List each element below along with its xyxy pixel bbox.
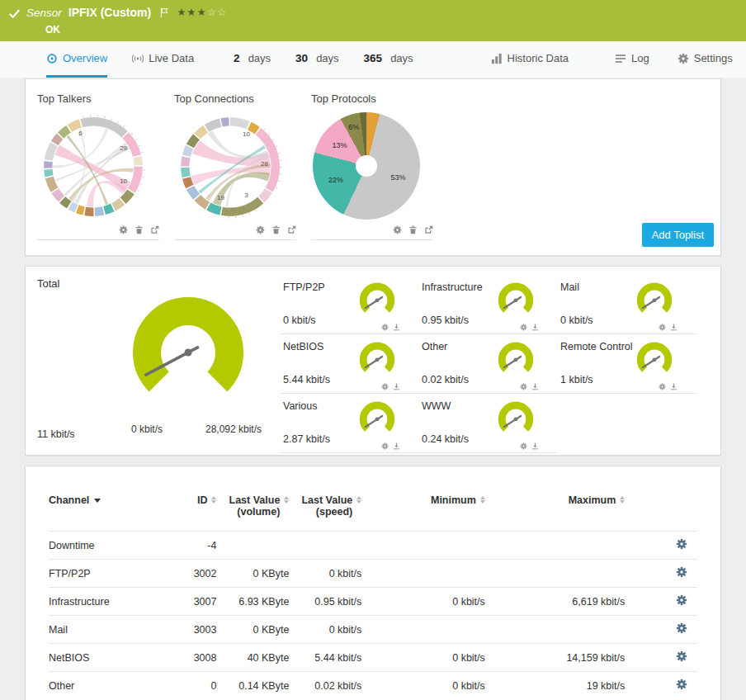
channel-gauge	[493, 395, 539, 441]
column-header-id[interactable]: ID	[172, 494, 220, 532]
gauge-cell-other: Other 0.02 kbit/s	[418, 334, 557, 394]
top-talkers-chart[interactable]: 62910	[39, 112, 148, 221]
download-icon[interactable]	[531, 442, 539, 450]
maximum-cell: 19 kbit/s	[489, 672, 628, 700]
column-header-actions	[628, 494, 697, 532]
toplist-top-talkers: Top Talkers 62910	[37, 92, 159, 240]
column-header-last-value-speed[interactable]: Last Value(speed)	[292, 494, 365, 532]
flag-icon[interactable]	[159, 7, 170, 18]
table-row: FTP/P2P 3002 0 KByte 0 kbit/s	[49, 560, 697, 588]
tab-30-days[interactable]: 30days	[295, 41, 339, 78]
gear-icon[interactable]	[520, 442, 527, 450]
minimum-cell	[365, 532, 489, 560]
channels-table-panel: Channel ID Last Value(volume) Last Value…	[25, 466, 721, 700]
table-row: Other 0 0.14 KByte 0.02 kbit/s 0 kbit/s …	[49, 672, 697, 700]
gauge-scale-max: 28,092 kbit/s	[184, 423, 283, 435]
tab-settings[interactable]: Settings	[678, 41, 733, 78]
ok-check-icon	[8, 7, 21, 20]
column-header-last-value-volume[interactable]: Last Value(volume)	[220, 494, 292, 532]
open-icon[interactable]	[424, 225, 433, 234]
column-header-maximum[interactable]: Maximum	[489, 494, 628, 532]
channel-settings-gear-icon[interactable]	[676, 650, 687, 662]
overview-icon	[46, 53, 58, 64]
svg-text:29: 29	[120, 144, 127, 152]
delete-icon[interactable]	[135, 225, 144, 234]
volume-cell: 0 KByte	[220, 616, 292, 644]
toplist-title: Top Connections	[174, 92, 296, 105]
gear-icon[interactable]	[659, 324, 666, 331]
gear-icon[interactable]	[659, 383, 666, 390]
sort-arrows-icon	[211, 494, 216, 504]
channel-settings-gear-icon[interactable]	[676, 679, 687, 690]
channel-settings-gear-icon[interactable]	[676, 594, 687, 606]
speed-cell: 0 kbit/s	[292, 616, 365, 644]
gauges-panel: Total 0 kbit/s 28,092 kbit/s 11 kbit/s F…	[25, 266, 721, 456]
settings-icon[interactable]	[393, 225, 402, 234]
minimum-cell: 0 kbit/s	[365, 644, 489, 672]
channel-cell: NetBIOS	[49, 644, 172, 672]
open-icon[interactable]	[287, 225, 296, 234]
download-icon[interactable]	[670, 383, 678, 390]
gauge-cell-empty	[557, 394, 696, 453]
donut-slice-label: 6%	[348, 123, 359, 131]
gear-icon[interactable]	[520, 383, 527, 390]
maximum-cell: 14,159 kbit/s	[489, 644, 628, 672]
historic-data-icon	[491, 53, 503, 64]
delete-icon[interactable]	[271, 225, 281, 234]
tab-365-days[interactable]: 365days	[364, 41, 413, 78]
tab-historic-data[interactable]: Historic Data	[491, 41, 569, 78]
channel-settings-gear-icon[interactable]	[676, 566, 687, 578]
settings-icon[interactable]	[256, 225, 265, 234]
priority-stars[interactable]: ★★★☆☆	[177, 7, 227, 18]
donut-slice-label: 22%	[328, 176, 343, 184]
gear-icon[interactable]	[381, 442, 389, 450]
delete-icon[interactable]	[408, 225, 418, 234]
channel-gauge	[631, 276, 678, 322]
gauge-cell-ftp-p2p: FTP/P2P 0 kbit/s	[280, 275, 418, 334]
minimum-cell: 0 kbit/s	[365, 588, 489, 616]
channel-settings-gear-icon[interactable]	[676, 622, 687, 634]
speed-cell: 5.44 kbit/s	[292, 644, 365, 672]
id-cell: 3007	[172, 588, 220, 616]
gauge-cell-infrastructure: Infrastructure 0.95 kbit/s	[418, 275, 557, 334]
top-connections-chart[interactable]: 1028193	[176, 112, 285, 221]
download-icon[interactable]	[393, 324, 400, 331]
tab-log[interactable]: Log	[615, 41, 649, 78]
gear-icon[interactable]	[381, 383, 389, 390]
channel-cell: Downtime	[49, 532, 172, 560]
volume-cell: 0 KByte	[220, 560, 292, 588]
download-icon[interactable]	[670, 324, 678, 331]
gauge-cell-remote-control: Remote Control 1 kbit/s	[557, 334, 696, 394]
download-icon[interactable]	[531, 324, 539, 331]
sensor-status-header: Sensor IPFIX (Custom) ★★★☆☆ OK	[0, 0, 746, 41]
object-kind-label: Sensor	[26, 7, 62, 19]
tab-overview[interactable]: Overview	[46, 41, 107, 78]
gear-icon[interactable]	[520, 324, 527, 331]
column-header-channel[interactable]: Channel	[49, 494, 172, 532]
speed-cell: 0.95 kbit/s	[292, 588, 365, 616]
channel-gauge	[354, 335, 400, 381]
open-icon[interactable]	[150, 225, 159, 234]
download-icon[interactable]	[393, 442, 400, 450]
table-row: Downtime -4	[49, 532, 697, 560]
speed-cell: 0 kbit/s	[292, 560, 365, 588]
tab-live-data[interactable]: Live Data	[132, 41, 194, 78]
table-header-row: Channel ID Last Value(volume) Last Value…	[49, 494, 697, 532]
top-protocols-donut: 53%22%13%6%	[313, 112, 420, 220]
settings-icon[interactable]	[119, 225, 128, 234]
gear-icon[interactable]	[381, 324, 389, 331]
minimum-cell: 0 kbit/s	[365, 672, 489, 700]
svg-text:6: 6	[78, 130, 83, 137]
add-toplist-button[interactable]: Add Toplist	[642, 223, 714, 247]
top-protocols-chart[interactable]: 53%22%13%6%	[313, 112, 422, 221]
download-icon[interactable]	[531, 383, 539, 390]
tab-2-days[interactable]: 2days	[234, 41, 271, 78]
channel-gauge	[354, 276, 400, 322]
gauge-scale-min: 0 kbit/s	[114, 423, 180, 435]
channel-settings-gear-icon[interactable]	[676, 538, 687, 550]
column-header-minimum[interactable]: Minimum	[365, 494, 489, 532]
channel-gauge	[493, 335, 539, 381]
channel-gauge	[493, 276, 539, 322]
maximum-cell: 6,619 kbit/s	[489, 588, 628, 616]
download-icon[interactable]	[393, 383, 400, 390]
